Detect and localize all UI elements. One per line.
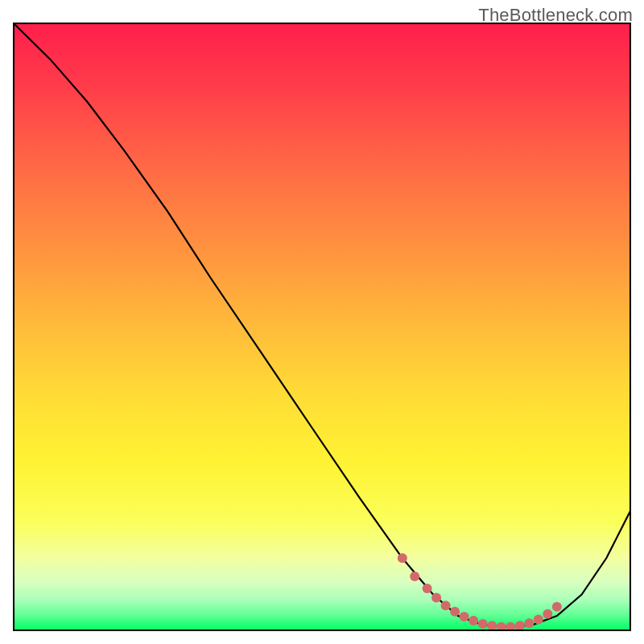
curve-marker [450, 607, 460, 617]
marker-group [398, 553, 562, 631]
bottleneck-curve [13, 23, 631, 627]
curve-marker [423, 584, 432, 593]
curve-marker [534, 615, 543, 625]
chart-container: TheBottleneck.com [0, 0, 644, 644]
curve-marker [469, 616, 478, 625]
curve-marker [487, 621, 497, 630]
curve-marker [478, 619, 488, 629]
curve-marker [543, 609, 552, 619]
curve-marker [398, 553, 407, 563]
curve-marker [410, 572, 419, 581]
curve-marker [460, 612, 469, 621]
curve-marker [431, 592, 441, 602]
curve-marker [552, 602, 562, 612]
watermark-text: TheBottleneck.com [478, 5, 633, 26]
curve-marker [506, 622, 515, 631]
curve-marker [441, 601, 451, 610]
chart-svg [13, 23, 631, 631]
curve-marker [524, 618, 534, 628]
curve-marker [497, 622, 506, 631]
curve-marker [515, 621, 525, 630]
